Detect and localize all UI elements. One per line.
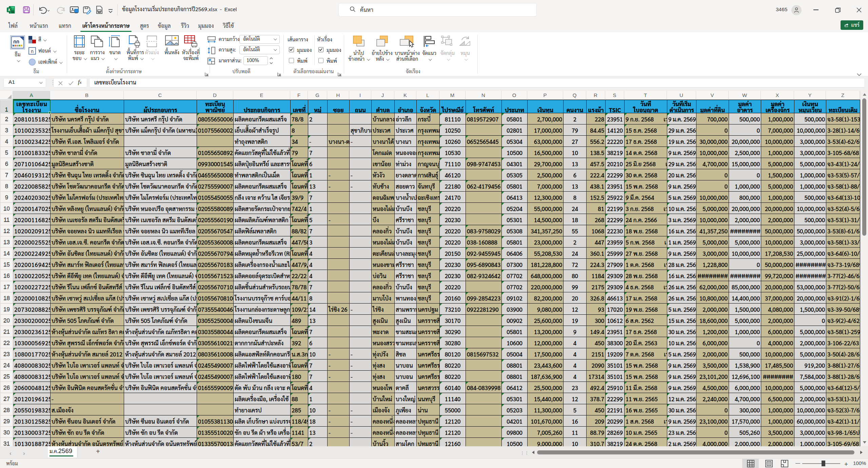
svg-text:X: X xyxy=(8,8,11,12)
svg-text:ก: ก xyxy=(31,48,34,54)
svg-text:กก: กก xyxy=(13,38,19,44)
